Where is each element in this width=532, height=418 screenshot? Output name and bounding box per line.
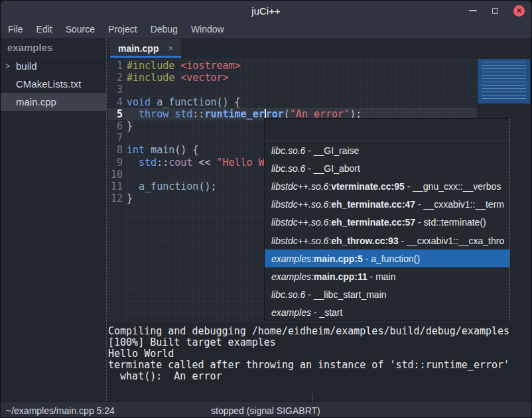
chevron-right-icon[interactable]: > [5, 62, 16, 71]
backtrace-file: main.cpp:11 [314, 271, 367, 282]
sidebar-item-cmakelists-txt[interactable]: CMakeLists.txt [1, 75, 106, 93]
backtrace-item[interactable]: libstdc++.so.6:eh_throw.cc:93 - __cxxabi… [265, 232, 509, 249]
code-line: 4void a_function() { [107, 96, 478, 108]
menu-debug[interactable]: Debug [144, 21, 184, 38]
terminal-line: terminate called after throwing an insta… [108, 359, 531, 370]
menu-source[interactable]: Source [59, 21, 101, 38]
project-name-header: examples [1, 38, 106, 57]
backtrace-lib: libstdc++.so.6 [271, 181, 328, 192]
line-number: 7 [107, 132, 123, 144]
token-pl: << [192, 157, 216, 169]
close-icon[interactable]: ✕ [513, 5, 525, 17]
backtrace-func: - __gnu_cxx::__verbos [405, 181, 501, 192]
menu-project[interactable]: Project [101, 21, 144, 38]
backtrace-lib: libstdc++.so.6 [271, 236, 328, 246]
line-number: 6 [107, 120, 123, 132]
backtrace-lib: examples [271, 307, 311, 318]
line-number: 10 [107, 169, 123, 180]
debug-status: stopped (signal SIGABRT) [211, 405, 320, 416]
line-number: 1 [107, 60, 123, 72]
backtrace-lib: libstdc++.so.6 [271, 217, 328, 228]
tab-main-cpp[interactable]: main.cpp× [110, 38, 181, 58]
token-str: <vector> [180, 72, 228, 84]
terminal-line: [100%] Built target examples [108, 336, 531, 348]
token-pl [127, 180, 139, 192]
backtrace-popup-header [265, 119, 509, 141]
backtrace-func: - __GI_raise [305, 145, 359, 156]
backtrace-item[interactable]: examples:main.cpp:11 - main [265, 267, 509, 285]
token-pp: #include [127, 60, 174, 72]
backtrace-func: - _start [311, 307, 342, 318]
sidebar-item-main-cpp[interactable]: main.cpp [1, 93, 106, 111]
backtrace-item[interactable]: libstdc++.so.6:eh_terminate.cc:47 - __cx… [265, 196, 509, 214]
backtrace-lib: libstdc++.so.6 [271, 199, 328, 210]
token-kw: std [139, 157, 157, 169]
token-pl [174, 72, 180, 84]
line-number: 2 [107, 72, 123, 84]
token-kwb: runtime_er [204, 108, 264, 120]
token-pl [145, 144, 151, 156]
sidebar-item-build[interactable]: >build [1, 57, 106, 75]
menu-file[interactable]: File [1, 21, 30, 38]
terminal-line: what(): An error [108, 370, 531, 382]
cursor-location-status: ~/examples/main.cpp 5:24 [6, 405, 115, 416]
token-pl [127, 157, 139, 169]
terminal-line: Hello World [108, 348, 531, 359]
token-pl: :: [157, 157, 168, 169]
tab-label: main.cpp [118, 43, 159, 54]
backtrace-func: - main [367, 271, 396, 282]
status-bar: ~/examples/main.cpp 5:24 stopped (signal… [1, 401, 531, 418]
code-text: void a_function() { [127, 96, 241, 108]
code-line: 2#include <vector> [107, 72, 478, 84]
token-pp: #include [127, 72, 174, 84]
line-number: 4 [107, 96, 123, 108]
backtrace-item[interactable]: libc.so.6 - __GI_raise [265, 141, 509, 159]
file-tree: >buildCMakeLists.txtmain.cpp [1, 57, 106, 111]
backtrace-lib: examples [271, 271, 311, 282]
minimize-icon[interactable] [469, 10, 477, 11]
juci-window: juCi++ ✕ FileEditSourceProjectDebugWindo… [0, 0, 532, 418]
restore-icon[interactable] [492, 8, 498, 14]
file-label: CMakeLists.txt [16, 78, 81, 90]
title-bar[interactable]: juCi++ ✕ [1, 1, 531, 21]
token-kw: std [174, 108, 192, 120]
token-pl [168, 108, 174, 120]
backtrace-lib: libc.so.6 [271, 289, 305, 300]
token-pl: () { [174, 144, 198, 156]
menu-window[interactable]: Window [184, 21, 231, 38]
backtrace-item[interactable]: examples - _start [265, 304, 509, 322]
terminal-output[interactable]: Compiling and debugging /home/eidheim/ex… [107, 322, 531, 401]
backtrace-func: - __libc_start_main [305, 289, 386, 300]
token-fn: a_function [139, 180, 198, 192]
backtrace-popup: libc.so.6 - __GI_raiselibc.so.6 - __GI_a… [264, 118, 510, 321]
backtrace-lib: libc.so.6 [271, 145, 305, 156]
code-text: std::cout << "Hello W [127, 157, 265, 169]
terminal-line: Compiling and debugging /home/eidheim/ex… [108, 325, 531, 336]
backtrace-item[interactable]: libc.so.6 - __GI_abort [265, 159, 509, 177]
line-number: 5 [107, 108, 123, 120]
code-text: int main() { [127, 144, 198, 156]
minimap[interactable] [478, 59, 530, 104]
backtrace-item[interactable]: libc.so.6 - __libc_start_main [265, 286, 509, 304]
window-controls: ✕ [469, 1, 525, 21]
token-kw: void [127, 96, 151, 108]
line-number: 9 [107, 157, 123, 169]
menu-bar: FileEditSourceProjectDebugWindow [1, 21, 531, 38]
line-number: 8 [107, 144, 123, 156]
window-title: juCi++ [251, 5, 280, 17]
token-str: "Hello W [216, 157, 264, 169]
code-text: } [127, 192, 133, 204]
token-kw: throw [139, 108, 168, 120]
backtrace-func: - __cxxabiv1::__term [415, 199, 504, 210]
backtrace-item[interactable]: libstdc++.so.6:eh_terminate.cc:57 - std:… [265, 214, 509, 232]
file-tree-sidebar: examples >buildCMakeLists.txtmain.cpp [1, 38, 107, 401]
backtrace-file: eh_terminate.cc:47 [331, 199, 415, 210]
backtrace-func: - __cxxabiv1::__cxa_thro [399, 236, 505, 246]
backtrace-item[interactable]: examples:main.cpp:5 - a_function() [265, 249, 509, 267]
code-line: 3 [107, 84, 478, 96]
backtrace-item[interactable]: libstdc++.so.6:vterminate.cc:95 - __gnu_… [265, 177, 509, 195]
menu-edit[interactable]: Edit [30, 21, 59, 38]
file-label: build [16, 60, 37, 72]
tab-close-icon[interactable]: × [168, 43, 173, 53]
backtrace-func: - a_function() [363, 253, 420, 264]
